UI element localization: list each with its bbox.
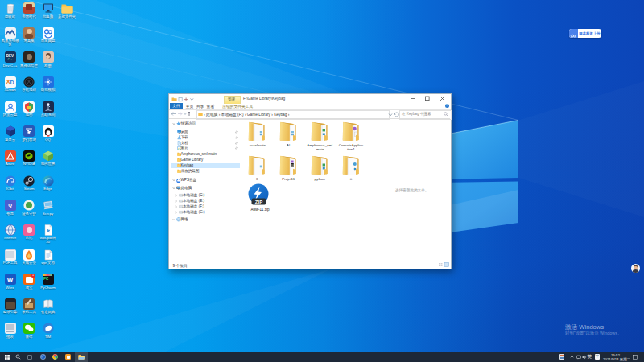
svg-text:10: 10	[291, 164, 295, 167]
svg-text:ZIP: ZIP	[255, 200, 262, 204]
